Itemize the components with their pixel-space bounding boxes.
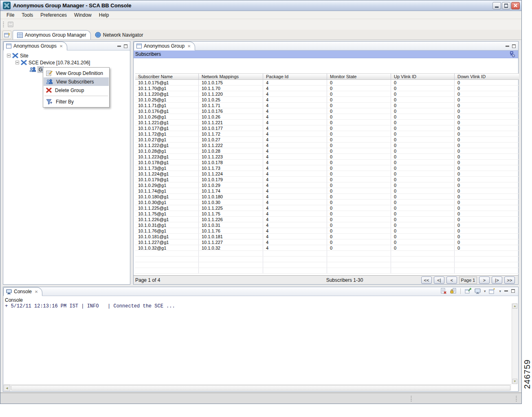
clear-console-icon[interactable] (440, 288, 447, 294)
table-row[interactable]: 10.1.0.181@g110.1.0.1814000 (135, 234, 519, 239)
maximize-view-icon[interactable] (124, 44, 128, 48)
pagination-next-button[interactable]: > (479, 277, 490, 284)
table-row[interactable]: 10.1.1.227@g110.1.1.2274000 (135, 239, 519, 245)
table-row[interactable]: 10.1.1.223@g110.1.1.2234000 (135, 154, 519, 160)
maximize-view-icon[interactable] (511, 289, 515, 293)
pagination-first-button[interactable]: << (421, 277, 432, 284)
table-cell: 4 (263, 182, 327, 188)
chevron-down-icon[interactable]: ▾ (499, 289, 501, 293)
collapse-icon[interactable] (15, 61, 19, 64)
menu-item-view-subscribers[interactable]: View Subscribers (44, 77, 109, 86)
menu-item-view-group-definition[interactable]: View Group Definition (44, 69, 109, 77)
collapse-icon[interactable] (7, 54, 11, 57)
pin-console-icon[interactable] (465, 288, 471, 294)
pagination-prev-jump-button[interactable]: <| (434, 277, 444, 284)
menu-item-filter-by[interactable]: Filter By (44, 97, 109, 106)
table-row[interactable]: 10.1.1.74@g110.1.1.744000 (135, 188, 519, 194)
trim-drag-handle[interactable] (411, 395, 412, 402)
table-row[interactable]: 10.1.0.28@g110.1.0.284000 (135, 148, 519, 154)
console-horizontal-scrollbar[interactable]: ◄ (4, 384, 511, 391)
tree-node-sce-device[interactable]: SCE Device [10.78.241.206] (3, 59, 130, 66)
display-selected-console-icon[interactable] (475, 288, 481, 294)
trim-drag-handle[interactable] (516, 395, 517, 402)
console-vertical-scrollbar[interactable]: ▲ ▼ (512, 303, 518, 384)
table-row[interactable]: 10.1.1.71@g110.1.1.714000 (135, 103, 519, 108)
table-row[interactable]: 10.1.0.31@g110.1.0.314000 (135, 222, 519, 228)
window-restore-button[interactable] (502, 2, 510, 9)
close-icon[interactable]: ✕ (187, 44, 191, 48)
table-row[interactable]: 10.1.0.176@g110.1.0.1764000 (135, 108, 519, 114)
menu-item-delete-group[interactable]: Delete Group (44, 86, 109, 94)
subscribers-table-header: Subscriber Name Network Mappings Package… (135, 73, 519, 80)
table-row[interactable]: 10.1.0.177@g110.1.0.1774000 (135, 125, 519, 131)
table-row[interactable]: 10.1.0.25@g110.1.0.254000 (135, 97, 519, 103)
tab-anonymous-group-manager[interactable]: Anonymous Group Manager (13, 30, 91, 40)
save-button[interactable] (6, 20, 15, 29)
table-row[interactable]: 10.1.0.29@g110.1.0.294000 (135, 182, 519, 188)
minimize-view-icon[interactable] (504, 290, 508, 292)
scrollbar-thumb[interactable] (11, 385, 510, 391)
table-cell: 0 (327, 211, 391, 216)
column-header-package-id[interactable]: Package Id (263, 74, 327, 79)
table-row[interactable]: 10.1.1.70@g110.1.1.704000 (135, 86, 519, 91)
table-row[interactable]: 10.1.1.72@g110.1.1.724000 (135, 131, 519, 137)
table-row[interactable]: 10.1.1.73@g110.1.1.734000 (135, 165, 519, 171)
table-row[interactable]: 10.1.1.220@g110.1.1.2204000 (135, 91, 519, 97)
table-row[interactable]: 10.1.0.175@g110.1.0.1754000 (135, 80, 519, 86)
column-header-down-vlink-id[interactable]: Down Vlink ID (455, 74, 519, 79)
table-row[interactable]: 10.1.1.76@g110.1.1.764000 (135, 228, 519, 234)
table-row[interactable]: 10.1.0.32@g110.1.0.324000 (135, 245, 519, 251)
close-icon[interactable]: ✕ (35, 290, 38, 294)
pagination-last-button[interactable]: >> (504, 277, 515, 284)
subscriber-actions-icon[interactable] (510, 51, 516, 57)
column-header-monitor-state[interactable]: Monitor State (327, 74, 391, 79)
table-row[interactable]: 10.1.0.27@g110.1.0.274000 (135, 137, 519, 143)
minimize-view-icon[interactable] (117, 46, 121, 47)
menu-window[interactable]: Window (70, 11, 95, 19)
table-row[interactable]: 10.1.1.226@g110.1.1.2264000 (135, 217, 519, 222)
open-console-icon[interactable] (489, 288, 496, 294)
minimize-view-icon[interactable] (506, 46, 509, 47)
pagination-next-jump-button[interactable]: |> (492, 277, 502, 284)
table-cell: 4 (263, 148, 327, 154)
table-cell: 10.1.0.175 (199, 80, 263, 85)
open-perspective-button[interactable] (2, 31, 11, 39)
table-row[interactable]: 10.1.1.221@g110.1.1.2214000 (135, 120, 519, 125)
window-close-button[interactable] (511, 2, 520, 9)
scroll-left-icon[interactable]: ◄ (4, 385, 10, 391)
table-row[interactable]: 10.1.0.26@g110.1.0.264000 (135, 114, 519, 120)
table-row[interactable]: 10.1.0.30@g110.1.0.304000 (135, 200, 519, 205)
scroll-down-icon[interactable]: ▼ (512, 379, 517, 384)
menu-tools[interactable]: Tools (18, 11, 37, 19)
toolbar-drag-handle[interactable] (3, 21, 4, 28)
tab-anonymous-groups[interactable]: Anonymous Groups ✕ (3, 42, 67, 50)
window-minimize-button[interactable] (492, 2, 501, 9)
tab-network-navigator[interactable]: Network Navigator (91, 30, 147, 40)
chevron-down-icon[interactable]: ▾ (484, 289, 486, 293)
column-header-network-mappings[interactable]: Network Mappings (199, 74, 263, 79)
table-cell: 0 (455, 245, 519, 250)
table-cell: 0 (327, 125, 391, 131)
table-row[interactable]: 10.1.0.179@g110.1.0.1794000 (135, 177, 519, 182)
close-icon[interactable]: ✕ (59, 44, 63, 48)
menu-file[interactable]: File (3, 11, 18, 19)
maximize-view-icon[interactable] (512, 44, 516, 48)
tree-node-site[interactable]: Site (3, 52, 130, 59)
scroll-up-icon[interactable]: ▲ (512, 303, 517, 309)
menu-preferences[interactable]: Preferences (37, 11, 70, 19)
table-row[interactable]: 10.1.1.222@g110.1.1.2224000 (135, 143, 519, 148)
column-header-up-vlink-id[interactable]: Up Vlink ID (391, 74, 455, 79)
scroll-lock-icon[interactable] (450, 288, 456, 294)
table-row[interactable]: 10.1.0.180@g110.1.0.1804000 (135, 194, 519, 200)
table-row[interactable]: 10.1.1.225@g110.1.1.2254000 (135, 205, 519, 211)
table-row[interactable]: 10.1.1.75@g110.1.1.754000 (135, 211, 519, 217)
menu-help[interactable]: Help (95, 11, 113, 19)
table-row[interactable]: 10.1.0.178@g110.1.0.1784000 (135, 160, 519, 165)
table-cell: 10.1.0.178@g1 (135, 160, 199, 165)
pagination-prev-button[interactable]: < (446, 277, 457, 284)
table-row[interactable]: 10.1.1.224@g110.1.1.2244000 (135, 171, 519, 177)
column-header-subscriber-name[interactable]: Subscriber Name (135, 74, 199, 79)
tab-console[interactable]: Console ✕ (3, 287, 42, 296)
table-cell: 10.1.1.225 (199, 205, 263, 211)
tab-anonymous-group[interactable]: Anonymous Group ✕ (134, 42, 195, 50)
